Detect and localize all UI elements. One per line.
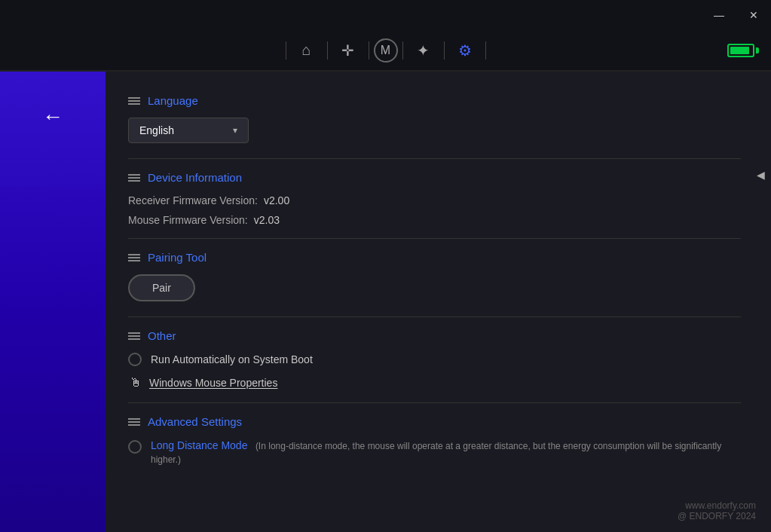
footer-website: www.endorfy.com [678,500,756,511]
title-bar-controls: — ✕ [702,0,771,30]
divider-2 [128,238,741,239]
nav-separator-3 [369,41,369,60]
section-icon-pairing [128,254,140,261]
settings-nav-icon[interactable]: ⚙ [449,35,481,66]
mouse-firmware-row: Mouse Firmware Version: v2.03 [128,214,741,226]
advanced-title: Advanced Settings [148,415,242,428]
other-section-header: Other [128,329,741,342]
collapse-arrow-icon[interactable]: ◀ [751,166,771,184]
section-icon-advanced [128,418,140,426]
language-title: Language [148,94,198,107]
nav-separator-6 [485,41,486,60]
battery-body [727,44,754,57]
sidebar: ← [0,72,106,532]
run-auto-label: Run Automatically on System Boot [151,353,313,365]
title-bar: — ✕ [0,0,771,30]
battery-fill [730,47,749,54]
long-distance-row: Long Distance Mode (In long-distance mod… [128,439,741,466]
pair-button[interactable]: Pair [128,274,195,301]
chevron-down-icon: ▾ [233,125,237,136]
long-distance-label: Long Distance Mode [151,439,247,451]
divider-1 [128,158,741,159]
battery-tip [756,47,759,54]
back-button[interactable]: ← [30,94,75,139]
receiver-firmware-label: Receiver Firmware Version: [128,194,258,206]
receiver-firmware-value: v2.00 [264,194,289,206]
main-content: Language English ▾ Device Information Re… [106,72,771,532]
battery-indicator [727,44,759,57]
mouse-icon: 🖱 [128,375,143,390]
language-selected: English [139,124,174,136]
device-info-title: Device Information [148,171,242,184]
receiver-firmware-row: Receiver Firmware Version: v2.00 [128,194,741,206]
footer: www.endorfy.com @ ENDORFY 2024 [678,500,756,521]
nav-separator-4 [402,41,403,60]
language-section-header: Language [128,94,741,107]
divider-4 [128,402,741,403]
footer-copyright: @ ENDORFY 2024 [678,511,756,521]
run-auto-radio[interactable] [128,353,142,366]
windows-mouse-link[interactable]: 🖱 Windows Mouse Properties [128,375,741,390]
mouse-firmware-label: Mouse Firmware Version: [128,214,248,226]
lighting-nav-icon[interactable]: ✦ [408,35,439,66]
macro-nav-icon[interactable]: M [374,38,398,63]
section-icon-other [128,332,140,340]
nav-separator-5 [444,41,445,60]
close-button[interactable]: ✕ [736,0,771,30]
section-icon-language [128,97,140,105]
mouse-firmware-value: v2.03 [254,214,280,226]
windows-mouse-text: Windows Mouse Properties [149,377,277,389]
crosshair-nav-icon[interactable]: ✛ [332,35,364,66]
back-icon: ← [42,105,63,129]
nav-separator-2 [327,41,328,60]
navbar: ⌂ ✛ M ✦ ⚙ [0,30,771,72]
device-info-section-header: Device Information [128,171,741,184]
pairing-section-header: Pairing Tool [128,251,741,264]
long-distance-radio[interactable] [128,440,142,454]
home-nav-icon[interactable]: ⌂ [291,35,323,66]
run-auto-option[interactable]: Run Automatically on System Boot [128,353,741,366]
pairing-title: Pairing Tool [148,251,207,264]
long-distance-content: Long Distance Mode (In long-distance mod… [151,439,741,466]
minimize-button[interactable]: — [702,0,736,30]
advanced-section-header: Advanced Settings [128,415,741,428]
nav-separator-1 [286,41,286,60]
divider-3 [128,316,741,317]
other-title: Other [148,329,176,342]
section-icon-device [128,174,140,182]
language-dropdown[interactable]: English ▾ [128,118,249,143]
